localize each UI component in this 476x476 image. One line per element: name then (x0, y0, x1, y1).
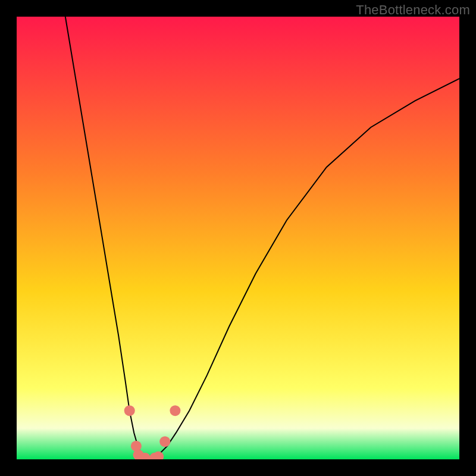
gradient-background (17, 17, 459, 459)
data-marker (159, 436, 170, 447)
chart-frame: TheBottleneck.com (0, 0, 476, 476)
plot-area (17, 17, 459, 459)
data-marker (124, 405, 135, 416)
chart-svg (17, 17, 459, 459)
watermark-text: TheBottleneck.com (356, 2, 470, 18)
data-marker (170, 405, 180, 416)
